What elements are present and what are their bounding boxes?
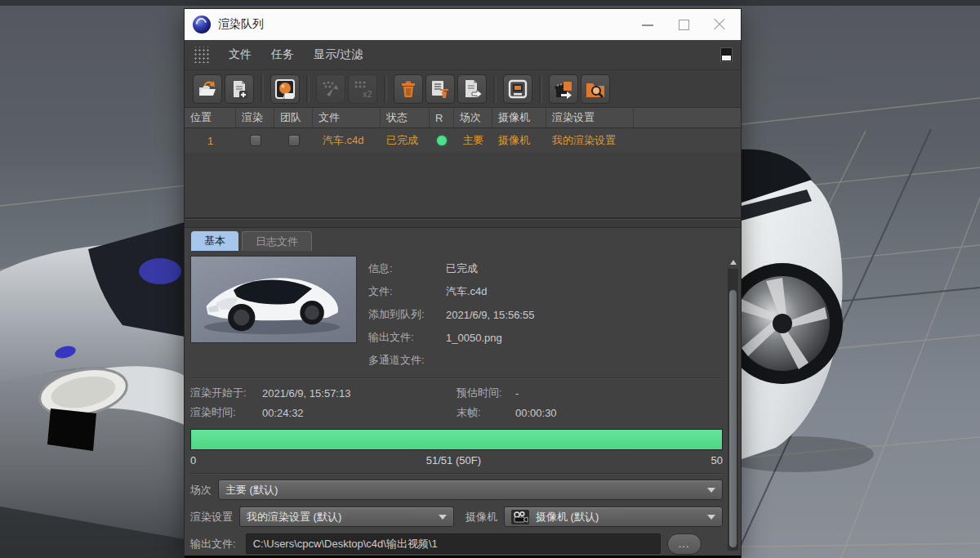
chevron-down-icon: [707, 515, 715, 520]
queue-row[interactable]: 1 汽车.c4d 已完成 主要 摄像机 我的渲染设置: [185, 128, 741, 153]
menu-display-filter[interactable]: 显示/过滤: [304, 44, 372, 65]
output-path-label: 输出文件:: [190, 537, 236, 551]
frame-counter: 51/51 (50F): [196, 454, 710, 466]
toolbar: x2: [185, 70, 741, 108]
file-value: 汽车.c4d: [446, 284, 488, 299]
vertical-scrollbar[interactable]: [728, 256, 738, 551]
render-preview-thumbnail: [190, 256, 357, 343]
svg-text:x2: x2: [363, 89, 372, 99]
toolbar-separator: [306, 75, 310, 103]
column-status: 状态: [381, 108, 430, 127]
cell-render-settings: 我的渲染设置: [546, 133, 634, 148]
column-position: 位置: [185, 108, 236, 127]
separator: [190, 473, 723, 474]
render-started-label: 渲染开始于:: [190, 386, 262, 400]
info-value: 已完成: [446, 261, 478, 276]
cinema4d-logo-icon: [193, 16, 211, 33]
delete-job-button[interactable]: [394, 74, 423, 104]
cell-status: 已完成: [381, 133, 430, 148]
start-render-button[interactable]: [270, 74, 300, 104]
reveal-folder-button[interactable]: [581, 74, 610, 104]
toolbar-separator: [384, 75, 387, 103]
chevron-down-icon: [439, 515, 447, 520]
show-image-button[interactable]: [503, 74, 532, 104]
car-front: [0, 222, 185, 558]
team-checkbox[interactable]: [288, 135, 300, 146]
last-frame-label: 末帧:: [457, 405, 515, 420]
layout-panel-icon[interactable]: [720, 47, 733, 62]
info-label: 信息:: [368, 261, 446, 276]
output-file-value: 1_0050.png: [446, 332, 502, 344]
camera-label: 摄像机: [466, 510, 497, 525]
column-render-settings: 渲染设置: [546, 108, 634, 127]
reveal-folder-icon: [585, 78, 606, 100]
scale-start: 0: [190, 454, 196, 466]
multipass-label: 多通道文件:: [368, 353, 446, 368]
cell-camera: 摄像机: [492, 133, 546, 148]
minimize-button[interactable]: [641, 18, 654, 31]
column-team: 团队: [274, 108, 313, 127]
maximize-button[interactable]: [677, 18, 690, 31]
camera-dropdown[interactable]: 摄像机 (默认): [504, 507, 723, 527]
menu-task[interactable]: 任务: [261, 44, 304, 65]
estimated-label: 预估时间:: [457, 386, 515, 400]
render-queue-window: 渲染队列 文件 任务 显示/过滤: [184, 8, 742, 558]
render-settings-label: 渲染设置: [190, 510, 233, 525]
clear-jobs-button[interactable]: [425, 74, 455, 104]
window-title: 渲染队列: [218, 17, 264, 32]
cell-file: 汽车.c4d: [313, 133, 381, 148]
tab-basic[interactable]: 基本: [191, 231, 238, 251]
queue-header-row: 位置 渲染 团队 文件 状态 R 场次 摄像机 渲染设置: [185, 108, 741, 128]
take-label: 场次: [190, 483, 212, 498]
chevron-down-icon: [707, 488, 715, 493]
open-output-icon: [553, 78, 574, 100]
render-checkbox[interactable]: [250, 135, 261, 146]
toolbar-separator: [493, 75, 497, 103]
scroll-up-arrow-icon[interactable]: [728, 256, 738, 269]
column-file: 文件: [313, 108, 381, 127]
open-file-icon: [197, 78, 218, 100]
clear-jobs-icon: [430, 78, 451, 100]
show-image-icon: [507, 78, 528, 100]
progress-scale: 0 51/51 (50F) 50: [190, 450, 723, 470]
delete-job-icon: [398, 78, 419, 100]
camera-icon: [511, 510, 529, 525]
tab-log-file[interactable]: 日志文件: [242, 231, 312, 251]
separator: [190, 377, 723, 378]
team-render-machines-button[interactable]: x2: [348, 74, 377, 104]
detail-rows: 信息:已完成 文件:汽车.c4d 添加到队列:2021/6/9, 15:56:5…: [368, 256, 534, 374]
add-job-button[interactable]: [225, 74, 254, 104]
queue-table: 位置 渲染 团队 文件 状态 R 场次 摄像机 渲染设置 1 汽车.c4d 已完…: [185, 108, 741, 218]
render-settings-value: 我的渲染设置 (默认): [247, 510, 341, 525]
output-path-input[interactable]: [246, 533, 661, 554]
progress-fill: [191, 430, 722, 449]
pane-splitter[interactable]: [185, 218, 741, 228]
export-log-button[interactable]: [457, 74, 487, 104]
added-label: 添加到队列:: [368, 307, 446, 322]
column-filler: [634, 108, 741, 127]
scrollbar-thumb[interactable]: [729, 290, 737, 547]
team-render-button[interactable]: [316, 74, 345, 104]
titlebar[interactable]: 渲染队列: [185, 9, 741, 40]
column-render: 渲染: [236, 108, 274, 127]
close-button[interactable]: [713, 18, 726, 31]
grip-handle-icon[interactable]: [193, 47, 211, 63]
status-green-dot: [437, 136, 447, 145]
column-r: R: [430, 108, 454, 127]
take-dropdown[interactable]: 主要 (默认): [218, 480, 723, 500]
browse-button[interactable]: ...: [667, 533, 702, 555]
render-progress-bar: [190, 429, 723, 450]
preview-car-image: [191, 257, 356, 342]
render-time-value: 00:24:32: [262, 407, 304, 419]
take-value: 主要 (默认): [225, 483, 278, 498]
scale-end: 50: [711, 454, 723, 466]
output-file-label: 输出文件:: [368, 330, 446, 345]
render-started-value: 2021/6/9, 15:57:13: [262, 387, 350, 400]
export-log-icon: [461, 78, 483, 100]
open-file-button[interactable]: [193, 74, 222, 104]
menu-file[interactable]: 文件: [219, 44, 261, 65]
open-output-button[interactable]: [549, 74, 578, 104]
render-settings-dropdown[interactable]: 我的渲染设置 (默认): [239, 507, 454, 527]
detail-tabs: 基本 日志文件: [185, 228, 741, 251]
car-rear: [719, 150, 874, 472]
